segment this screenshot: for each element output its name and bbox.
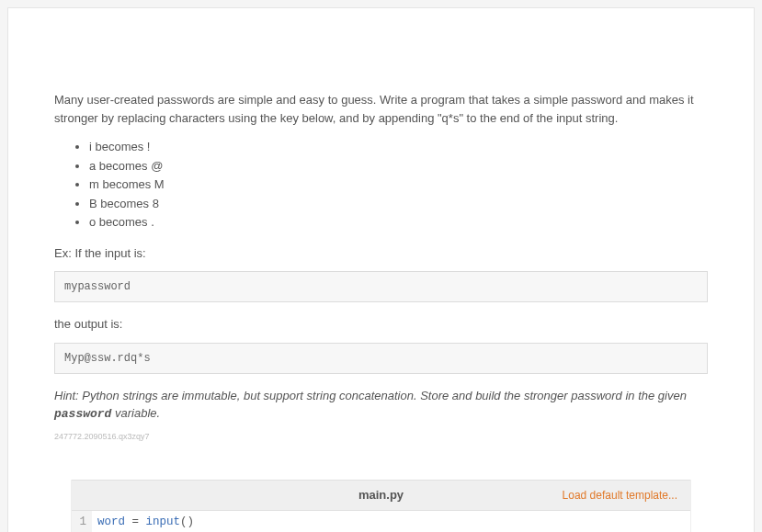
list-item: o becomes . [89,213,708,232]
line-gutter: 1234 [72,511,92,532]
hint-suffix: variable. [111,406,160,420]
page-card: Many user-created passwords are simple a… [7,7,755,532]
editor-body[interactable]: 1234 word = input() password = '' ''' Ty… [72,511,690,532]
example-output-label: the output is: [54,315,708,334]
example-input-label: Ex: If the input is: [54,244,708,263]
hint-text: Hint: Python strings are immutable, but … [54,387,708,424]
code-line: word = input() [97,515,685,530]
example-input-box: mypassword [54,271,708,302]
code-lines[interactable]: word = input() password = '' ''' Type yo… [92,511,690,532]
example-output-box: Myp@ssw.rdq*s [54,343,708,374]
list-item: B becomes 8 [89,195,708,213]
list-item: i becomes ! [89,138,708,156]
tiny-id: 247772.2090516.qx3zqy7 [54,431,708,444]
rules-list: i becomes ! a becomes @ m becomes M B be… [54,138,708,232]
list-item: a becomes @ [89,157,708,175]
code-editor: main.py Load default template... 1234 wo… [71,480,691,532]
load-default-link[interactable]: Load default template... [563,487,677,504]
list-item: m becomes M [89,175,708,194]
intro-text: Many user-created passwords are simple a… [54,91,708,127]
hint-var: password [54,407,111,421]
hint-prefix: Hint: Python strings are immutable, but … [54,389,687,402]
editor-header: main.py Load default template... [72,480,690,511]
